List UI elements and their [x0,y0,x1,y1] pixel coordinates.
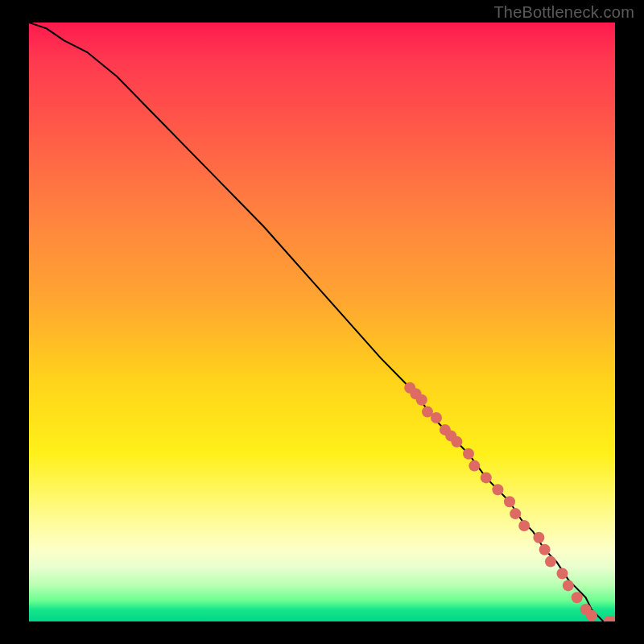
marker-point [481,472,492,483]
marker-point [586,610,597,621]
chart-svg [29,23,615,621]
marker-point [545,556,556,568]
marker-point [416,394,427,406]
marker-point [518,520,530,531]
marker-point [469,460,480,472]
marker-point [463,448,474,460]
marker-point [557,568,568,580]
watermark-label: TheBottleneck.com [493,3,634,22]
marker-point [451,436,462,448]
highlighted-points [404,382,615,621]
chart-frame: TheBottleneck.com [0,0,644,644]
marker-point [504,496,515,507]
marker-point [572,592,583,603]
marker-point [492,484,503,495]
marker-point [563,580,574,591]
marker-point [431,412,442,423]
marker-point [510,508,521,519]
marker-point [539,544,551,555]
bottleneck-curve [29,23,615,621]
plot-area [29,23,615,621]
marker-point [533,532,544,543]
